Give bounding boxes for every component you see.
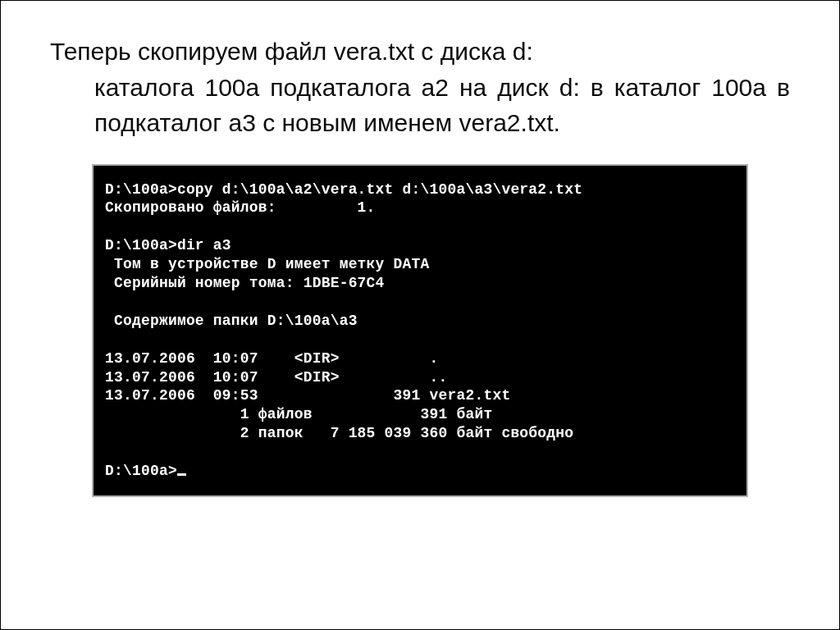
term-line: 1 файлов 391 байт: [105, 406, 492, 422]
terminal-window: D:\100a>copy d:\100a\a2\vera.txt d:\100a…: [92, 164, 748, 498]
term-line: Том в устройстве D имеет метку DATA: [105, 256, 430, 272]
description-line1: Теперь скопируем файл vera.txt с диска d…: [50, 38, 533, 65]
description-line2: каталога 100a подкаталога a2 на диск d: …: [50, 70, 790, 141]
term-line: 2 папок 7 185 039 360 байт свободно: [105, 425, 573, 441]
term-line: 13.07.2006 09:53 391 vera2.txt: [105, 387, 510, 404]
term-line: D:\100a>dir a3: [105, 237, 231, 253]
term-line: D:\100a>: [105, 463, 177, 479]
term-line: Серийный номер тома: 1DBE-67C4: [105, 275, 385, 291]
term-line: Содержимое папки D:\100a\a3: [105, 313, 358, 329]
term-line: Скопировано файлов: 1.: [105, 199, 376, 216]
term-line: 13.07.2006 10:07 <DIR> ..: [105, 369, 447, 386]
slide: Теперь скопируем файл vera.txt с диска d…: [0, 0, 840, 630]
term-line: 13.07.2006 10:07 <DIR> .: [105, 350, 439, 367]
term-line: D:\100a>copy d:\100a\a2\vera.txt d:\100a…: [105, 181, 582, 198]
description-paragraph: Теперь скопируем файл vera.txt с диска d…: [50, 34, 790, 141]
cursor-icon: [177, 473, 186, 477]
terminal-wrap: D:\100a>copy d:\100a\a2\vera.txt d:\100a…: [50, 164, 790, 498]
